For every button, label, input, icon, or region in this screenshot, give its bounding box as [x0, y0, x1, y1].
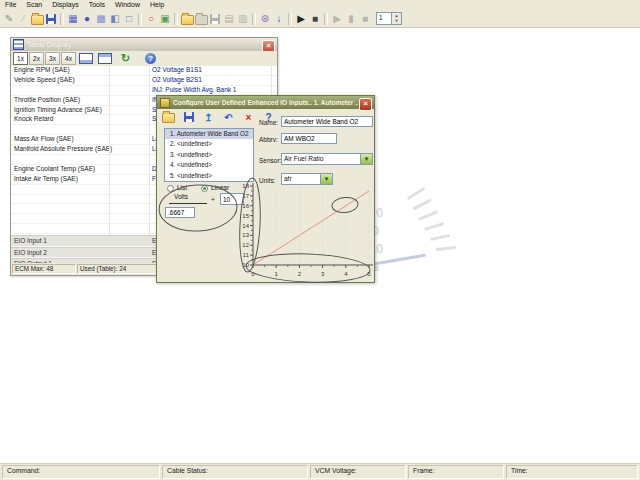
- menu-displays[interactable]: Displays: [47, 0, 83, 10]
- divisor-field[interactable]: [165, 207, 195, 218]
- svg-text:15: 15: [242, 213, 249, 219]
- open-icon[interactable]: [30, 12, 44, 26]
- spin-arrows-icon[interactable]: ▲▼: [391, 13, 401, 24]
- pid-label-left: Manifold Absolute Pressure (SAE): [14, 145, 112, 153]
- dialog-titlebar[interactable]: Configure User Defined Enhanced IO Input…: [157, 96, 374, 109]
- statusbar-cablestatus: Cable Status:: [162, 465, 308, 479]
- refresh-icon[interactable]: ↻: [121, 52, 130, 65]
- pane-top-icon[interactable]: [98, 53, 112, 64]
- properties-icon[interactable]: ⊛: [258, 12, 272, 26]
- pid-label-left: Vehicle Speed (SAE): [14, 76, 75, 84]
- spin-value: 1: [377, 13, 391, 24]
- zoom-3x-button[interactable]: 3x: [45, 52, 60, 65]
- pid-label-left: Engine RPM (SAE): [14, 66, 70, 74]
- status-bar: Command:Cable Status:VCM Voltage:Frame:T…: [0, 463, 640, 480]
- frame-spinner[interactable]: 1▲▼: [376, 12, 402, 25]
- table-status-segment: Used (Table): 24: [77, 264, 159, 274]
- list-radio-label: List: [177, 184, 187, 191]
- svg-text:3: 3: [321, 271, 325, 277]
- svg-text:4: 4: [344, 271, 348, 277]
- abbrv-field[interactable]: [281, 133, 337, 144]
- table-display-titlebar[interactable]: Table Display ×: [11, 38, 277, 51]
- dialog-title: Configure User Defined Enhanced IO Input…: [173, 99, 358, 106]
- svg-text:11: 11: [243, 252, 250, 258]
- split-window-icon[interactable]: ◧: [108, 12, 122, 26]
- open-icon[interactable]: [162, 111, 175, 124]
- svg-text:10: 10: [242, 262, 249, 268]
- sensor-dropdown[interactable]: Air Fuel Ratio ▼: [281, 153, 373, 165]
- matrix-display-icon[interactable]: ▩: [94, 12, 108, 26]
- edit-pen-icon[interactable]: ∕: [16, 12, 30, 26]
- statusbar-time: Time:: [506, 465, 638, 479]
- zoom-1x-button[interactable]: 1x: [13, 52, 28, 65]
- zoom-2x-button[interactable]: 2x: [29, 52, 44, 65]
- zoom-4x-button[interactable]: 4x: [61, 52, 76, 65]
- table-row[interactable]: Vehicle Speed (SAE)O2 Voltage B2S1: [11, 76, 277, 86]
- linear-radio[interactable]: [201, 185, 208, 192]
- playback-pause-icon[interactable]: ▮: [344, 12, 358, 26]
- disk-icon: [46, 14, 56, 24]
- record-play-icon[interactable]: ▶: [294, 12, 308, 26]
- eio-label-left: EIO Input 2: [14, 248, 47, 257]
- save-icon[interactable]: [182, 111, 195, 124]
- export-log-icon[interactable]: ▥: [236, 12, 250, 26]
- list-item[interactable]: 2. <undefined>: [165, 139, 253, 149]
- list-item[interactable]: 3. <undefined>: [165, 150, 253, 160]
- help-icon[interactable]: ?: [145, 53, 156, 64]
- column-divider: [149, 66, 150, 235]
- toolbar-separator: [138, 13, 142, 25]
- full-window-icon[interactable]: □: [122, 12, 136, 26]
- statusbar-vcmvoltage: VCM Voltage:: [310, 465, 406, 479]
- configure-eio-dialog: Configure User Defined Enhanced IO Input…: [156, 95, 375, 283]
- watermark-tick: [407, 187, 425, 200]
- graph-svg: 101112131415161718012345: [241, 179, 374, 282]
- menu-help[interactable]: Help: [145, 0, 169, 10]
- menu-tools[interactable]: Tools: [84, 0, 110, 10]
- connect-icon[interactable]: ↓: [272, 12, 286, 26]
- delete-icon[interactable]: ×: [242, 111, 255, 124]
- save-log-icon[interactable]: [208, 12, 222, 26]
- copy-log-icon[interactable]: ▤: [222, 12, 236, 26]
- eio-label-left: EIO Input 1: [14, 236, 47, 245]
- pid-label-right: O2 Voltage B2S1: [152, 76, 202, 84]
- record-stop-icon[interactable]: ■: [308, 12, 322, 26]
- table-display-icon[interactable]: ▦: [66, 12, 80, 26]
- list-item[interactable]: 5. <undefined>: [165, 171, 253, 181]
- save-icon[interactable]: [44, 12, 58, 26]
- dashboard-icon[interactable]: ○: [144, 12, 158, 26]
- menu-file[interactable]: File: [0, 0, 21, 10]
- statusbar-frame: Frame:: [408, 465, 504, 479]
- name-field[interactable]: [281, 116, 373, 127]
- map-display-icon[interactable]: ▣: [158, 12, 172, 26]
- watermark-tick: [418, 210, 437, 220]
- fraction-bar: [169, 203, 207, 204]
- table-grid-icon: [13, 39, 24, 50]
- main-toolbar: ✎∕▦●▩◧□○▣▤▥⊛↓▶■▶▮■1▲▼: [0, 10, 640, 28]
- watermark-tick: [413, 199, 432, 210]
- undo-icon[interactable]: ↶: [222, 111, 235, 124]
- list-item[interactable]: 1. Autometer Wide Band O2: [165, 129, 253, 139]
- svg-text:13: 13: [242, 232, 249, 238]
- toolbar-separator: [288, 13, 292, 25]
- plus-operator: +: [211, 196, 215, 203]
- list-item[interactable]: 4. <undefined>: [165, 160, 253, 170]
- list-radio[interactable]: [167, 185, 174, 192]
- recent-log-icon[interactable]: [194, 12, 208, 26]
- disk-icon: [184, 112, 194, 122]
- chevron-down-icon[interactable]: ▼: [360, 154, 372, 164]
- import-icon[interactable]: ↥: [202, 111, 215, 124]
- menu-scan[interactable]: Scan: [21, 0, 47, 10]
- open-log-icon[interactable]: [180, 12, 194, 26]
- pid-label-left: Throttle Position (SAE): [14, 96, 80, 104]
- svg-text:5: 5: [367, 271, 371, 277]
- menu-window[interactable]: Window: [110, 0, 145, 10]
- folder-icon: [195, 15, 208, 25]
- pane-bottom-icon[interactable]: [79, 53, 93, 64]
- linear-radio-label: Linear: [211, 184, 229, 191]
- playback-stop-icon[interactable]: ■: [358, 12, 372, 26]
- table-row[interactable]: Engine RPM (SAE)O2 Voltage B1S1: [11, 66, 277, 76]
- pid-label-right: O2 Voltage B1S1: [152, 66, 202, 74]
- gauge-display-icon[interactable]: ●: [80, 12, 94, 26]
- edit-pencil-icon[interactable]: ✎: [2, 12, 16, 26]
- playback-play-icon[interactable]: ▶: [330, 12, 344, 26]
